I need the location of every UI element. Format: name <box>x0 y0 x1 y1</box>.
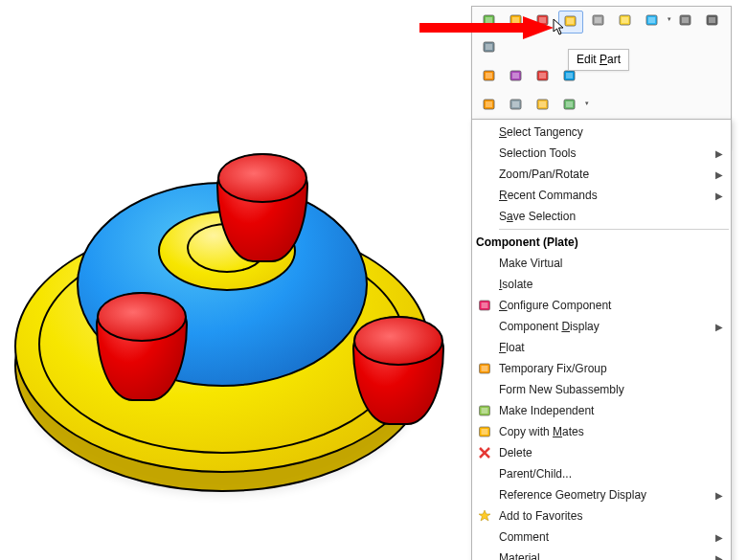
svg-rect-17 <box>682 17 689 23</box>
link-icon <box>705 12 720 31</box>
menu-item-label: Copy with Mates <box>497 425 723 438</box>
submenu-arrow-icon: ▶ <box>715 532 723 543</box>
menu-item-zoom-pan-rotate[interactable]: Zoom/Pan/Rotate▶ <box>472 164 731 185</box>
menu-item-label: Material <box>497 551 715 560</box>
move-button[interactable] <box>641 11 664 32</box>
copy-mates-icon <box>472 425 497 438</box>
menu-item-label: Selection Tools <box>497 146 715 160</box>
menu-item-comment[interactable]: Comment▶ <box>472 526 731 548</box>
menu-item-add-to-favorites[interactable]: Add to Favorites <box>472 505 731 526</box>
menu-item-select-tangency[interactable]: Select Tangency <box>472 122 731 143</box>
menu-item-copy-with-mates[interactable]: Copy with Mates <box>472 421 731 442</box>
menu-header-component: Component (Plate) <box>472 232 731 253</box>
svg-rect-9 <box>567 18 574 24</box>
menu-item-make-virtual[interactable]: Make Virtual <box>472 253 731 274</box>
svg-rect-15 <box>648 17 655 23</box>
configure-icon <box>472 299 497 312</box>
submenu-arrow-icon: ▶ <box>715 190 723 201</box>
menu-item-label: Save Selection <box>497 210 723 223</box>
section-button[interactable] <box>532 95 555 116</box>
menu-item-temporary-fix-group[interactable]: Temporary Fix/Group <box>472 358 731 379</box>
menu-item-delete[interactable]: Delete <box>472 442 731 463</box>
svg-rect-27 <box>539 73 546 78</box>
tooltip-label: Edit Part <box>577 53 621 66</box>
edit-part-button[interactable] <box>558 11 583 34</box>
zoom-button[interactable] <box>505 95 528 116</box>
delete-icon <box>472 446 497 459</box>
submenu-arrow-icon: ▶ <box>715 553 723 561</box>
submenu-arrow-icon: ▶ <box>715 490 723 501</box>
menu-item-parent-child[interactable]: Parent/Child... <box>472 463 731 484</box>
attach-icon <box>678 12 693 31</box>
model-cup-3 <box>352 316 444 425</box>
menu-item-selection-tools[interactable]: Selection Tools▶ <box>472 143 731 164</box>
wireframe-icon <box>562 97 577 115</box>
dropdown-indicator[interactable]: ▾ <box>666 9 672 30</box>
menu-item-material[interactable]: Material▶ <box>472 548 731 560</box>
appearance-button[interactable] <box>614 11 637 32</box>
menu-item-float[interactable]: Float <box>472 337 731 358</box>
menu-separator <box>499 229 729 230</box>
annotation-arrow <box>419 13 554 42</box>
attach-button[interactable] <box>674 11 697 32</box>
menu-item-label: Isolate <box>497 278 723 291</box>
menu-item-reference-geometry-display[interactable]: Reference Geometry Display▶ <box>472 484 731 505</box>
menu-item-component-display[interactable]: Component Display▶ <box>472 316 731 337</box>
menu-item-label: Zoom/Pan/Rotate <box>497 168 715 181</box>
menu-item-label: Make Virtual <box>497 257 723 270</box>
svg-rect-47 <box>482 429 488 435</box>
measure-icon <box>591 12 606 31</box>
svg-rect-33 <box>512 101 519 107</box>
dropdown-indicator[interactable]: ▾ <box>583 93 590 114</box>
menu-item-label: Float <box>497 341 723 354</box>
svg-rect-25 <box>512 73 519 78</box>
svg-rect-41 <box>482 302 488 308</box>
zoom-icon <box>509 97 524 115</box>
svg-rect-29 <box>566 73 573 78</box>
menu-item-label: Select Tangency <box>497 125 723 139</box>
svg-rect-37 <box>566 101 573 107</box>
svg-rect-11 <box>595 17 601 23</box>
svg-rect-45 <box>482 408 488 414</box>
context-menu: Select TangencySelection Tools▶Zoom/Pan/… <box>471 119 732 560</box>
menu-item-label: Recent Commands <box>497 189 715 202</box>
section-icon <box>535 97 551 115</box>
color-button[interactable] <box>505 66 528 87</box>
edit-part-icon <box>563 13 578 32</box>
menu-item-label: Add to Favorites <box>497 509 723 523</box>
menu-item-recent-commands[interactable]: Recent Commands▶ <box>472 185 731 206</box>
sketch-button[interactable] <box>478 66 501 87</box>
submenu-arrow-icon: ▶ <box>715 169 723 180</box>
menu-item-form-new-subassembly[interactable]: Form New Subassembly <box>472 379 731 400</box>
menu-item-isolate[interactable]: Isolate <box>472 274 731 295</box>
svg-rect-43 <box>482 366 488 371</box>
menu-item-label: Component Display <box>497 320 715 333</box>
measure-button[interactable] <box>587 11 610 32</box>
color-icon <box>509 68 524 86</box>
submenu-arrow-icon: ▶ <box>715 148 723 159</box>
move-icon <box>645 12 660 31</box>
svg-rect-35 <box>539 101 546 107</box>
menu-item-label: Make Independent <box>497 404 723 417</box>
link-button[interactable] <box>701 11 724 32</box>
svg-rect-31 <box>486 101 492 107</box>
menu-item-save-selection[interactable]: Save Selection <box>472 206 731 227</box>
tooltip-edit-part: Edit Part <box>568 49 629 71</box>
svg-rect-19 <box>709 17 715 23</box>
rgb-icon <box>535 68 551 86</box>
sketch-icon <box>482 68 497 86</box>
wireframe-button[interactable] <box>558 95 581 116</box>
menu-item-label: Configure Component <box>497 299 723 312</box>
menu-item-label: Reference Geometry Display <box>497 488 715 502</box>
rgb-button[interactable] <box>532 66 555 87</box>
normal-to-button[interactable] <box>478 95 501 116</box>
menu-item-make-independent[interactable]: Make Independent <box>472 400 731 421</box>
svg-rect-21 <box>486 44 492 50</box>
svg-rect-23 <box>486 73 492 78</box>
menu-item-label: Form New Subassembly <box>497 383 723 396</box>
svg-marker-1 <box>523 16 554 39</box>
menu-item-configure-component[interactable]: Configure Component <box>472 295 731 316</box>
fix-icon <box>472 362 497 375</box>
independent-icon <box>472 404 497 417</box>
submenu-arrow-icon: ▶ <box>715 322 723 332</box>
